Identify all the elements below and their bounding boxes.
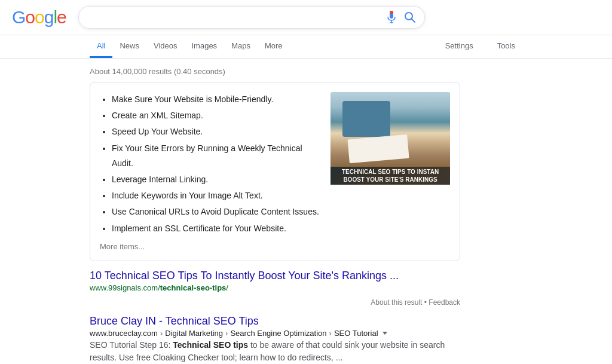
microphone-icon[interactable] <box>386 10 397 25</box>
second-result-site-info: www.bruceclay.com › Digital Marketing › … <box>90 329 448 338</box>
svg-rect-1 <box>390 11 393 14</box>
about-text[interactable]: About this result <box>371 298 422 307</box>
tab-settings[interactable]: Settings <box>438 35 481 58</box>
second-result-title[interactable]: Bruce Clay IN - Technical SEO Tips <box>90 315 448 328</box>
search-input[interactable]: technical seo tips <box>87 12 386 23</box>
dropdown-arrow-icon[interactable] <box>382 332 387 335</box>
breadcrumb-2: Search Engine Optimization <box>230 329 326 338</box>
snippet-result-link-area: 10 Technical SEO Tips To Instantly Boost… <box>90 267 460 296</box>
image-caption: TECHNICAL SEO TIPS TO INSTAN BOOST YOUR … <box>331 167 450 185</box>
more-items-link[interactable]: More items... <box>100 242 321 251</box>
list-item: Speed Up Your Website. <box>112 124 321 139</box>
logo-letter-g2: g <box>44 7 54 27</box>
nav-tabs-right: Settings Tools <box>438 35 522 58</box>
image-person <box>331 92 450 167</box>
nav-tabs-left: All News Videos Images Maps More <box>90 35 438 58</box>
list-item: Use Canonical URLs to Avoid Duplicate Co… <box>112 204 321 219</box>
breadcrumb-separator: › <box>160 329 163 338</box>
tab-videos[interactable]: Videos <box>146 35 185 58</box>
second-result-url: www.bruceclay.com <box>90 329 158 338</box>
list-item: Include Keywords in Your Image Alt Text. <box>112 188 321 203</box>
snippet-list: Make Sure Your Website is Mobile-Friendl… <box>100 92 321 236</box>
list-item: Make Sure Your Website is Mobile-Friendl… <box>112 92 321 107</box>
snippet-result-url: www.99signals.com/technical-seo-tips/ <box>90 283 460 292</box>
google-logo: Google <box>12 7 66 27</box>
logo-letter-g: G <box>12 7 25 27</box>
tab-images[interactable]: Images <box>184 35 224 58</box>
tab-news[interactable]: News <box>112 35 146 58</box>
breadcrumb-3: SEO Tutorial <box>334 329 378 338</box>
snippet-content: Make Sure Your Website is Mobile-Friendl… <box>100 92 321 251</box>
search-bar[interactable]: technical seo tips <box>78 6 425 29</box>
result-url-bold: technical-seo-tips <box>160 283 227 292</box>
snippet-image: TECHNICAL SEO TIPS TO INSTAN BOOST YOUR … <box>331 92 450 251</box>
breadcrumb-separator: › <box>225 329 228 338</box>
feedback-text[interactable]: Feedback <box>429 298 460 307</box>
list-item: Fix Your Site Errors by Running a Weekly… <box>112 141 321 171</box>
tab-tools[interactable]: Tools <box>490 35 522 58</box>
result-url-prefix: www.99signals.com/ <box>90 283 160 292</box>
header: Google technical seo tips <box>0 0 612 35</box>
second-result-description: SEO Tutorial Step 16: Technical SEO tips… <box>90 339 448 364</box>
logo-letter-o2: o <box>35 7 44 27</box>
list-item: Leverage Internal Linking. <box>112 172 321 187</box>
breadcrumb-separator: › <box>329 329 332 338</box>
svg-line-5 <box>411 19 415 23</box>
second-result: Bruce Clay IN - Technical SEO Tips www.b… <box>90 309 448 364</box>
tab-all[interactable]: All <box>90 35 112 58</box>
tab-more[interactable]: More <box>258 35 290 58</box>
tab-maps[interactable]: Maps <box>224 35 258 58</box>
logo-letter-e: e <box>57 7 66 27</box>
list-item: Create an XML Sitemap. <box>112 108 321 123</box>
featured-snippet: Make Sure Your Website is Mobile-Friendl… <box>90 82 460 261</box>
image-placeholder: TECHNICAL SEO TIPS TO INSTAN BOOST YOUR … <box>331 92 450 185</box>
result-url-suffix: / <box>226 283 228 292</box>
results-count: About 14,00,000 results (0.40 seconds) <box>90 62 612 82</box>
search-button-icon[interactable] <box>404 11 416 23</box>
about-row: About this result • Feedback <box>90 296 460 309</box>
about-dot: • <box>424 298 427 307</box>
breadcrumb-1: Digital Marketing <box>165 329 223 338</box>
list-item: Implement an SSL Certificate for Your We… <box>112 221 321 236</box>
search-icons <box>386 10 416 25</box>
logo-letter-o1: o <box>25 7 35 27</box>
results-area: About 14,00,000 results (0.40 seconds) M… <box>0 59 612 364</box>
nav-tabs: All News Videos Images Maps More Setting… <box>0 35 612 59</box>
snippet-result-title[interactable]: 10 Technical SEO Tips To Instantly Boost… <box>90 270 460 282</box>
